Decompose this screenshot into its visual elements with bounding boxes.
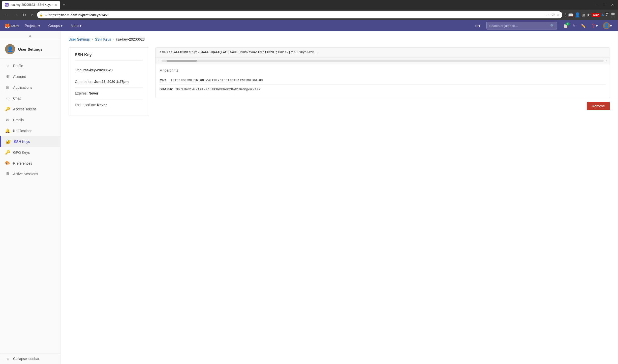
chevron-down-icon: ▾ [596, 23, 598, 28]
sidebar-item-active-sessions[interactable]: 🖥 Active Sessions [0, 169, 60, 179]
minimize-button[interactable]: ─ [594, 2, 601, 8]
ssh-keys-icon: 🔐 [6, 139, 11, 144]
breadcrumb-separator-2: › [113, 37, 114, 41]
url-text: https://gitlab.tudelft.nl/profile/keys/1… [49, 13, 545, 17]
forward-button[interactable]: → [12, 12, 19, 18]
more-nav-link[interactable]: More ▾ [69, 23, 83, 29]
breadcrumb-ssh-keys[interactable]: SSH Keys [95, 37, 111, 41]
extensions-icon[interactable]: ⫶ [564, 12, 567, 18]
browser-controls: ← → ↻ ⌂ 🔒 🛡 https://gitlab.tudelft.nl/pr… [0, 10, 618, 20]
remove-button-container: Remove [155, 98, 610, 112]
key-last-used-row: Last used on: Never [75, 99, 143, 111]
sidebar-item-label: GPG Keys [13, 150, 30, 155]
extra-extension-icon[interactable]: 🛡 [605, 13, 609, 17]
last-used-label: Last used on: [75, 103, 96, 107]
shield-icon: 🛡 [45, 13, 47, 16]
nav-icons: 📋 4 ⑂ ✏️ ❓ ▾ 👤 ▾ [561, 21, 614, 31]
new-tab-button[interactable]: + [61, 1, 66, 9]
scroll-up-button[interactable]: ▲ [28, 33, 32, 38]
tab-favicon: GL [5, 3, 9, 7]
sidebar-item-gpg-keys[interactable]: 🔑 GPG Keys [0, 147, 60, 158]
address-bar[interactable]: 🔒 🛡 https://gitlab.tudelft.nl/profile/ke… [37, 11, 563, 18]
sidebar-item-emails[interactable]: ✉ Emails [0, 114, 60, 125]
key-value-text: ssh-rsa AAAAB3NzaC1yc2EAAAABJQAAAQEAtDUw… [160, 51, 319, 54]
issues-button[interactable]: ✏️ [579, 22, 588, 30]
refresh-button[interactable]: ↻ [21, 12, 27, 18]
bookmark-icon[interactable]: ☆ [557, 13, 560, 17]
md5-value: 10:ec:b8:6b:10:08:23:fc:7a:ed:4e:07:6c:6… [171, 78, 263, 82]
collapse-sidebar-button[interactable]: « Collapse sidebar [0, 353, 60, 364]
translate-icon[interactable]: A [602, 13, 604, 17]
sidebar-item-ssh-keys[interactable]: 🔐 SSH Keys [0, 136, 60, 147]
key-detail-box: ssh-rsa AAAAB3NzaC1yc2EAAAABJQAAAQEAtDUw… [155, 47, 610, 98]
sidebar-nav: ○ Profile ⚙ Account ⊞ Applications ▭ Cha… [0, 58, 60, 353]
url-path: /profile/keys/1450 [81, 13, 108, 17]
breadcrumb: User Settings › SSH Keys › rsa-key-20200… [69, 37, 610, 41]
close-button[interactable]: ✕ [609, 2, 616, 8]
chevron-down-icon: ▾ [80, 24, 81, 28]
key-info-title: SSH Key [75, 53, 143, 60]
sidebar-item-account[interactable]: ⚙ Account [0, 71, 60, 82]
breadcrumb-user-settings[interactable]: User Settings [69, 37, 90, 41]
search-bar[interactable]: 🔍 [486, 22, 557, 29]
applications-icon: ⊞ [5, 85, 10, 90]
pocket-icon[interactable]: 🛡 [551, 13, 555, 17]
todos-badge: 4 [566, 22, 570, 25]
sha256-label: SHA256: [160, 87, 173, 91]
sidebar-item-access-tokens[interactable]: 🔑 Access Tokens [0, 104, 60, 114]
groups-nav-link[interactable]: Groups ▾ [46, 23, 65, 29]
sidebar-item-chat[interactable]: ▭ Chat [0, 93, 60, 104]
help-button[interactable]: ❓ ▾ [589, 22, 600, 30]
fingerprints-title: Fingerprints [160, 68, 606, 72]
scroll-right-arrow[interactable]: › [605, 59, 608, 63]
sidebar-item-label: Notifications [13, 129, 32, 133]
sidebar-user-section: 👤 User Settings [0, 40, 60, 58]
more-options-icon[interactable]: ⋯ [546, 13, 550, 17]
sidebar-item-label: Account [13, 75, 26, 79]
sidebar-item-profile[interactable]: ○ Profile [0, 60, 60, 71]
tab-title: rsa-key-20200623 · SSH Keys · [11, 3, 53, 7]
security-icon: 🔒 [40, 13, 43, 17]
chevron-down-icon: ▾ [61, 24, 63, 28]
projects-nav-link[interactable]: Projects ▾ [23, 23, 42, 29]
todos-button[interactable]: 📋 4 [561, 22, 570, 30]
create-button[interactable]: ⊕ ▾ [473, 22, 482, 30]
chat-icon: ▭ [5, 96, 10, 101]
search-input[interactable] [489, 24, 550, 28]
sidebar-item-label: Access Tokens [13, 107, 37, 111]
scroll-left-arrow[interactable]: ‹ [158, 59, 161, 63]
key-value-display: ssh-rsa AAAAB3NzaC1yc2EAAAABJQAAAQEAtDUw… [156, 48, 610, 57]
key-value-scrollbar[interactable] [162, 60, 604, 62]
breadcrumb-current: rsa-key-20200623 [116, 37, 145, 41]
issues-icon: ✏️ [581, 23, 586, 28]
browser-extension-icons: ⫶ 📖 👤 ⊞ ★ ABP A 🛡 ☰ [564, 12, 615, 18]
gitlab-logo: 🦊 Delft [4, 23, 19, 29]
sidebar-item-applications[interactable]: ⊞ Applications [0, 82, 60, 93]
content-grid: SSH Key Title: rsa-key-20200623 Created … [69, 47, 610, 116]
emails-icon: ✉ [5, 117, 10, 122]
user-icon[interactable]: 👤 [575, 12, 580, 18]
grid-icon[interactable]: ⊞ [582, 13, 585, 17]
fingerprints-section: Fingerprints MD5: 10:ec:b8:6b:10:08:23:f… [156, 64, 610, 98]
back-button[interactable]: ← [3, 12, 10, 18]
menu-icon[interactable]: ☰ [611, 12, 615, 18]
home-button[interactable]: ⌂ [29, 12, 35, 18]
user-menu-button[interactable]: 👤 ▾ [601, 21, 614, 31]
remove-button[interactable]: Remove [587, 102, 610, 110]
maximize-button[interactable]: □ [602, 2, 608, 8]
collapse-label: Collapse sidebar [13, 357, 39, 361]
sidebar-item-notifications[interactable]: 🔔 Notifications [0, 125, 60, 136]
sidebar-item-label: Profile [13, 64, 23, 68]
sidebar-item-preferences[interactable]: 🎨 Preferences [0, 158, 60, 169]
adblock-icon[interactable]: ABP [592, 13, 600, 17]
md5-label: MD5: [160, 78, 168, 82]
browser-tab[interactable]: GL rsa-key-20200623 · SSH Keys · × [2, 1, 60, 9]
merge-requests-button[interactable]: ⑂ [571, 22, 578, 29]
key-value-scrollbar-container: ‹ › [156, 57, 610, 64]
merge-icon: ⑂ [573, 23, 576, 28]
bookmark-star-icon[interactable]: ★ [586, 13, 590, 17]
sidebar-item-label: Applications [13, 85, 32, 89]
reader-icon[interactable]: 📖 [568, 13, 573, 17]
close-tab-button[interactable]: × [55, 3, 57, 7]
title-value: rsa-key-20200623 [83, 68, 113, 72]
